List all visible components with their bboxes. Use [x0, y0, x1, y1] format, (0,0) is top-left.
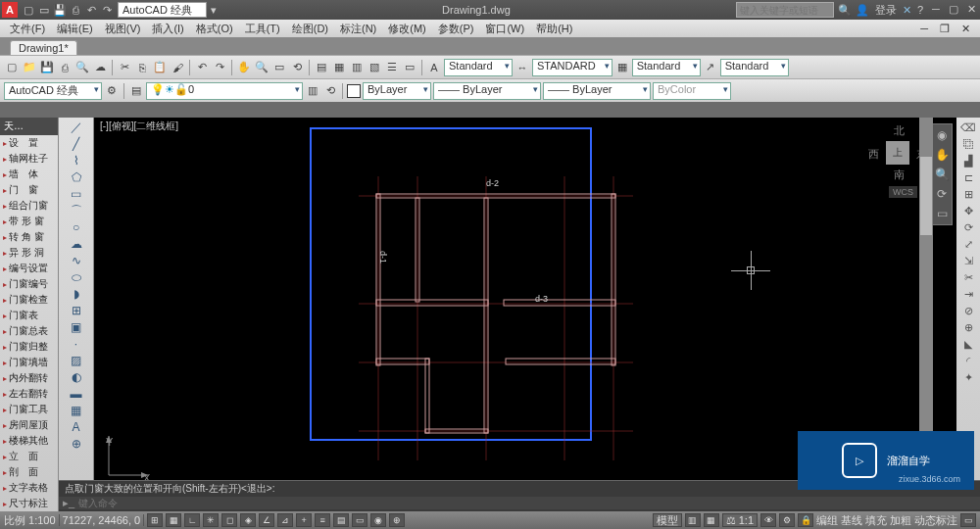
- layer-prev-icon[interactable]: ⟲: [322, 83, 338, 99]
- cut-icon[interactable]: ✂: [117, 60, 132, 75]
- scrollbar-thumb[interactable]: [920, 157, 932, 235]
- close-icon[interactable]: ✕: [964, 3, 978, 17]
- pline-icon[interactable]: ⌇: [69, 153, 84, 168]
- gradient-icon[interactable]: ◐: [69, 369, 84, 385]
- wcs-label[interactable]: WCS: [889, 186, 917, 198]
- nav-zoom-icon[interactable]: 🔍: [935, 168, 950, 181]
- arc-icon[interactable]: ⌒: [69, 203, 84, 218]
- help-icon[interactable]: ?: [917, 4, 923, 16]
- nav-orbit-icon[interactable]: ⟳: [937, 187, 947, 201]
- palette-title[interactable]: 天…: [0, 118, 58, 135]
- exchange-icon[interactable]: ✕: [903, 4, 911, 17]
- open-icon[interactable]: ▭: [37, 3, 51, 17]
- layer-states-icon[interactable]: ▥: [305, 83, 320, 99]
- text-style-combo[interactable]: Standard: [444, 59, 513, 76]
- palette-item-7[interactable]: 异 形 洞: [0, 245, 58, 261]
- status-dyndim[interactable]: 动态标注: [914, 513, 957, 528]
- viewcube-top[interactable]: 上: [886, 141, 909, 165]
- linetype-combo[interactable]: —— ByLayer: [433, 82, 541, 100]
- mirror-icon[interactable]: ▟: [960, 153, 976, 168]
- paste-icon[interactable]: 📋: [152, 60, 168, 75]
- user-icon[interactable]: 👤: [856, 4, 869, 17]
- doc-minimize-icon[interactable]: ─: [916, 23, 932, 35]
- table-icon[interactable]: ▦: [69, 403, 84, 418]
- palette-item-8[interactable]: 编号设置: [0, 261, 58, 276]
- copy-obj-icon[interactable]: ⿻: [960, 136, 976, 152]
- region-icon[interactable]: ▬: [69, 386, 84, 402]
- nav-wheel-icon[interactable]: ◉: [937, 128, 947, 142]
- status-scale[interactable]: 比例 1:100: [4, 513, 56, 528]
- array-icon[interactable]: ⊞: [960, 186, 976, 202]
- color-combo[interactable]: ByLayer: [363, 82, 431, 100]
- save-icon[interactable]: 💾: [53, 3, 67, 17]
- move-icon[interactable]: ✥: [960, 203, 976, 218]
- menu-dimension[interactable]: 标注(N): [336, 22, 380, 36]
- palette-item-13[interactable]: 门窗归整: [0, 339, 58, 355]
- palette-item-9[interactable]: 门窗编号: [0, 276, 58, 292]
- nav-showmotion-icon[interactable]: ▭: [937, 207, 948, 220]
- grid-icon[interactable]: ▦: [166, 513, 181, 527]
- status-annoscale[interactable]: ⚖ 1:1: [722, 513, 758, 527]
- palette-item-5[interactable]: 带 形 窗: [0, 214, 58, 229]
- menu-view[interactable]: 视图(V): [101, 22, 145, 36]
- redo-btn-icon[interactable]: ↷: [212, 60, 227, 75]
- osnap-icon[interactable]: ◻: [221, 513, 237, 527]
- markup-icon[interactable]: ☰: [384, 60, 400, 75]
- login-link[interactable]: 登录: [875, 3, 897, 18]
- zoom-prev-icon[interactable]: ⟲: [289, 60, 305, 75]
- break-icon[interactable]: ⊘: [960, 303, 976, 318]
- palette-item-6[interactable]: 转 角 窗: [0, 229, 58, 245]
- dim-style-combo[interactable]: STANDARD: [532, 59, 612, 76]
- status-annovis-icon[interactable]: 👁: [760, 513, 776, 527]
- doc-tab-drawing1[interactable]: Drawing1*: [10, 40, 77, 55]
- view-cube[interactable]: 北 南 东 西 上: [868, 123, 927, 182]
- new-file-icon[interactable]: ▢: [4, 60, 20, 75]
- maximize-icon[interactable]: ▢: [947, 3, 960, 17]
- status-lock-icon[interactable]: 🔒: [798, 513, 813, 527]
- status-baseline[interactable]: 基线: [841, 513, 862, 528]
- status-group[interactable]: 编组: [816, 513, 838, 528]
- palette-item-16[interactable]: 左右翻转: [0, 386, 58, 402]
- line-icon[interactable]: ／: [69, 120, 84, 135]
- nav-pan-icon[interactable]: ✋: [935, 148, 950, 162]
- palette-item-21[interactable]: 剖 面: [0, 464, 58, 480]
- menu-format[interactable]: 格式(O): [192, 22, 237, 36]
- status-clean-icon[interactable]: ▭: [960, 513, 976, 527]
- tp-icon[interactable]: ▥: [349, 60, 365, 75]
- palette-item-18[interactable]: 房间屋顶: [0, 417, 58, 433]
- properties-icon[interactable]: ▤: [314, 60, 329, 75]
- dyn-icon[interactable]: +: [296, 513, 312, 527]
- layer-combo[interactable]: 💡☀🔓0: [146, 82, 303, 100]
- circle-icon[interactable]: ○: [69, 219, 84, 235]
- plot-icon[interactable]: ⎙: [57, 60, 73, 75]
- preview-icon[interactable]: 🔍: [74, 60, 90, 75]
- mleaderstyle-icon[interactable]: ↗: [703, 60, 718, 75]
- search-input[interactable]: [736, 2, 834, 18]
- trim-icon[interactable]: ✂: [960, 269, 976, 285]
- palette-item-19[interactable]: 楼梯其他: [0, 433, 58, 449]
- palette-item-20[interactable]: 立 面: [0, 449, 58, 464]
- publish-icon[interactable]: ☁: [92, 60, 108, 75]
- open-file-icon[interactable]: 📁: [22, 60, 37, 75]
- rotate-icon[interactable]: ⟳: [960, 219, 976, 235]
- palette-item-22[interactable]: 文字表格: [0, 480, 58, 496]
- menu-window[interactable]: 窗口(W): [481, 22, 528, 36]
- menu-tools[interactable]: 工具(T): [241, 22, 284, 36]
- viewport-label[interactable]: [-][俯视][二维线框]: [100, 120, 178, 133]
- menu-edit[interactable]: 编辑(E): [53, 22, 97, 36]
- palette-item-4[interactable]: 组合门窗: [0, 198, 58, 214]
- textstyle-icon[interactable]: A: [426, 60, 442, 75]
- viewcube-west[interactable]: 西: [868, 147, 879, 162]
- ssm-icon[interactable]: ▧: [367, 60, 382, 75]
- status-layout-icon[interactable]: ▥: [685, 513, 701, 527]
- minimize-icon[interactable]: ─: [929, 3, 943, 17]
- spline-icon[interactable]: ∿: [69, 253, 84, 268]
- viewcube-south[interactable]: 南: [894, 168, 905, 182]
- doc-close-icon[interactable]: ✕: [957, 23, 974, 35]
- palette-item-3[interactable]: 门 窗: [0, 182, 58, 198]
- explode-icon[interactable]: ✦: [960, 369, 976, 385]
- lwt-icon[interactable]: ≡: [315, 513, 330, 527]
- otrack-icon[interactable]: ∠: [259, 513, 274, 527]
- status-bold[interactable]: 加粗: [890, 513, 911, 528]
- status-qv-icon[interactable]: ▦: [704, 513, 719, 527]
